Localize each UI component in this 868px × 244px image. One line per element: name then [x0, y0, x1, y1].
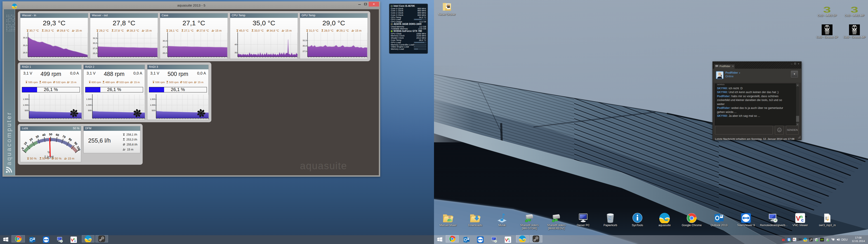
svg-text:30,0: 30,0 [303, 44, 307, 47]
svg-text:35: 35 [235, 51, 237, 54]
svg-text:30,0: 30,0 [23, 44, 27, 47]
svg-text:c: c [508, 239, 510, 243]
svg-text:30,5: 30,5 [23, 36, 27, 39]
svg-text:500: 500 [152, 109, 155, 112]
svg-text:0: 0 [21, 147, 25, 150]
svg-text:1.500: 1.500 [150, 98, 155, 100]
svg-text:30: 30 [35, 134, 39, 139]
svg-text:3: 3 [823, 6, 831, 13]
svg-text:32,5: 32,5 [93, 37, 97, 39]
svg-text:3: 3 [850, 6, 858, 13]
svg-text:90: 90 [73, 141, 78, 146]
svg-text:1.000: 1.000 [150, 104, 155, 106]
svg-text:c: c [795, 240, 796, 241]
svg-text:1.500: 1.500 [86, 98, 92, 100]
svg-text:80: 80 [68, 137, 72, 142]
svg-text:40: 40 [235, 43, 237, 45]
svg-text:1.500: 1.500 [23, 98, 28, 100]
svg-text:c: c [801, 218, 804, 222]
svg-text:27,5: 27,5 [93, 47, 97, 50]
svg-text:30,0: 30,0 [163, 39, 167, 42]
svg-text:500: 500 [25, 109, 28, 112]
svg-text:50: 50 [49, 133, 52, 136]
svg-text:20: 20 [29, 137, 33, 142]
svg-text:25,0: 25,0 [93, 52, 97, 55]
svg-text:27,5: 27,5 [303, 50, 307, 53]
svg-text:60: 60 [55, 133, 59, 137]
svg-text:32,5: 32,5 [303, 39, 307, 41]
svg-text:27,5: 27,5 [163, 45, 167, 48]
svg-text:70: 70 [62, 134, 66, 139]
svg-text:500: 500 [88, 109, 92, 112]
svg-text:25,0: 25,0 [163, 52, 167, 54]
svg-text:c: c [74, 239, 76, 243]
svg-text:30,0: 30,0 [93, 42, 97, 44]
svg-text:1.000: 1.000 [86, 104, 92, 106]
svg-text:29,5: 29,5 [23, 51, 27, 54]
svg-text:10: 10 [23, 141, 28, 146]
svg-text:40: 40 [42, 133, 46, 137]
svg-text:1.000: 1.000 [23, 104, 28, 106]
